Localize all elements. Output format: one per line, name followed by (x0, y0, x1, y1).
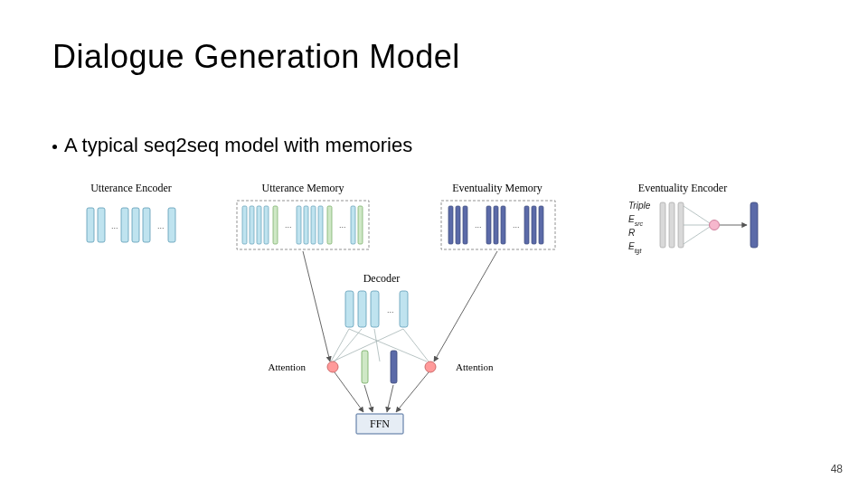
svg-rect-21 (351, 206, 355, 244)
label-r: R (628, 228, 635, 238)
svg-line-50 (303, 251, 330, 361)
svg-rect-25 (456, 206, 460, 244)
svg-text:...: ... (387, 305, 394, 314)
svg-rect-22 (358, 206, 363, 244)
svg-rect-13 (273, 206, 278, 244)
svg-rect-0 (87, 208, 94, 242)
label-decoder: Decoder (363, 272, 401, 285)
ffn-block: FFN (356, 414, 403, 434)
svg-line-59 (364, 385, 373, 412)
svg-rect-29 (494, 206, 498, 244)
svg-rect-33 (532, 206, 536, 244)
svg-rect-4 (132, 208, 139, 242)
svg-line-58 (335, 372, 363, 412)
svg-text:...: ... (285, 221, 292, 230)
label-ffn: FFN (370, 418, 390, 430)
svg-rect-24 (448, 206, 453, 244)
svg-text:...: ... (513, 221, 520, 230)
svg-text:...: ... (111, 221, 118, 230)
encoder-node-icon (710, 221, 720, 230)
svg-rect-16 (304, 206, 308, 244)
ffn-input-green (362, 351, 368, 383)
eventuality-encoder-block: Eventuality Encoder Triple Esrc R Etgt (628, 182, 758, 255)
ffn-input-blue (391, 351, 397, 383)
slide-number: 48 (831, 463, 843, 475)
svg-rect-15 (297, 206, 301, 244)
bullet-text: A typical seq2seq model with memories (64, 134, 412, 157)
svg-rect-49 (400, 291, 408, 327)
attention-right: Attention (425, 361, 494, 372)
label-triple: Triple (628, 201, 651, 211)
svg-line-54 (374, 329, 380, 361)
svg-rect-26 (463, 206, 467, 244)
svg-rect-38 (669, 202, 675, 248)
svg-line-52 (331, 329, 349, 361)
label-attention-left: Attention (268, 361, 306, 372)
architecture-diagram: Utterance Encoder ... ... Utterance Memo… (81, 181, 805, 452)
attention-left: Attention (268, 361, 338, 372)
attention-node-icon (425, 361, 436, 372)
svg-line-60 (387, 385, 393, 412)
svg-rect-10 (250, 206, 254, 244)
svg-rect-1 (98, 208, 105, 242)
svg-rect-46 (358, 291, 366, 327)
label-etgt-sub: tgt (635, 248, 643, 255)
label-attention-right: Attention (456, 361, 494, 372)
svg-rect-45 (345, 291, 354, 327)
svg-text:...: ... (475, 221, 482, 230)
label-utterance-memory: Utterance Memory (262, 182, 344, 194)
svg-rect-30 (501, 206, 505, 244)
svg-text:Etgt: Etgt (628, 241, 643, 255)
svg-rect-32 (524, 206, 529, 244)
svg-rect-7 (168, 208, 175, 242)
bullet-dot-icon (52, 145, 57, 149)
utterance-encoder-block: Utterance Encoder ... ... (87, 182, 175, 242)
svg-line-61 (396, 372, 429, 412)
svg-rect-19 (327, 206, 332, 244)
svg-text:Esrc: Esrc (628, 214, 644, 227)
svg-rect-34 (539, 206, 543, 244)
svg-rect-44 (750, 202, 758, 248)
svg-rect-18 (318, 206, 323, 244)
svg-line-42 (684, 225, 712, 244)
label-utterance-encoder: Utterance Encoder (90, 182, 172, 194)
svg-text:...: ... (339, 221, 346, 230)
svg-rect-37 (660, 202, 665, 248)
svg-line-53 (335, 329, 362, 361)
svg-text:...: ... (157, 221, 165, 230)
label-eventuality-encoder: Eventuality Encoder (638, 182, 727, 194)
label-eventuality-memory: Eventuality Memory (452, 182, 542, 194)
svg-rect-17 (311, 206, 316, 244)
svg-rect-5 (143, 208, 150, 242)
svg-line-56 (349, 329, 427, 361)
eventuality-memory-block: Eventuality Memory ... ... (441, 182, 555, 249)
decoder-block: Decoder ... (345, 272, 408, 327)
svg-rect-47 (371, 291, 379, 327)
label-esrc-sub: src (635, 221, 644, 227)
slide-title: Dialogue Generation Model (52, 38, 460, 76)
utterance-memory-block: Utterance Memory ... ... (237, 182, 369, 249)
bullet-item: A typical seq2seq model with memories (52, 134, 412, 157)
attention-node-icon (327, 361, 338, 372)
svg-line-51 (434, 251, 497, 361)
svg-rect-28 (486, 206, 491, 244)
svg-rect-39 (678, 202, 684, 248)
svg-rect-3 (121, 208, 128, 242)
svg-line-40 (684, 206, 712, 225)
svg-rect-12 (264, 206, 269, 244)
svg-rect-9 (242, 206, 247, 244)
svg-rect-11 (257, 206, 261, 244)
